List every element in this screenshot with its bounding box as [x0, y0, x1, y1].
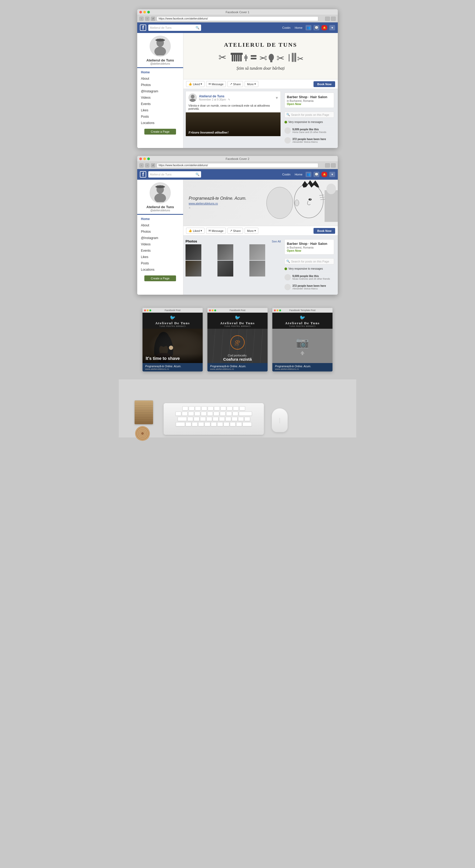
nav-photos-1[interactable]: Photos: [137, 82, 183, 88]
more-btn-1[interactable]: More ▾: [245, 81, 258, 87]
book-btn-2[interactable]: Book Now: [314, 228, 335, 234]
fb-home-btn-2[interactable]: Home: [294, 172, 303, 177]
fb-settings-icon-1[interactable]: ▾: [329, 25, 335, 30]
fb-settings-icon-2[interactable]: ▾: [329, 172, 335, 177]
post-dot-g2[interactable]: [214, 309, 216, 311]
address-bar-1[interactable]: https://www.facebook.com/atelieruldetuns…: [157, 17, 318, 21]
browser-icon-2b[interactable]: [331, 163, 336, 167]
search-icon-box-1: 🔍: [286, 113, 290, 116]
fb-chat-icon-2[interactable]: 💬: [314, 172, 319, 177]
svg-rect-10: [231, 53, 243, 55]
key-2: [182, 411, 188, 416]
fb-user-btn-2[interactable]: Costin: [281, 172, 291, 177]
dot-green-2[interactable]: [147, 157, 150, 160]
post-window-3: Facebook Template Post 🐦 Atelierul De Tu…: [272, 308, 332, 371]
chevron-icon-2: ▾: [201, 229, 202, 232]
post-dot-y3[interactable]: [276, 309, 278, 311]
open-badge-1: Open Now: [287, 102, 332, 105]
svg-rect-3: [157, 39, 164, 41]
nav-locations-1[interactable]: Locations: [137, 120, 183, 126]
svg-rect-13: [251, 55, 257, 57]
svg-rect-22: [295, 53, 296, 62]
liked-btn-2[interactable]: 👍 Liked ▾: [186, 228, 205, 234]
fb-friends-icon-1[interactable]: 👥: [305, 25, 311, 30]
fb-home-btn-1[interactable]: Home: [294, 26, 303, 30]
browser-icon-2[interactable]: [331, 17, 336, 21]
message-btn-1[interactable]: ✉ Message: [206, 81, 226, 87]
forward-btn-1[interactable]: ›: [145, 17, 149, 21]
create-page-btn-1[interactable]: Create a Page: [144, 129, 176, 134]
photo-thumb-6[interactable]: [249, 261, 265, 277]
post-dot-r3[interactable]: [274, 309, 276, 311]
fb-search-box-2[interactable]: 🔍 Search for posts on this Page: [285, 258, 334, 265]
fb-notif-icon-2[interactable]: 🔔: [321, 172, 327, 177]
nav-about-2[interactable]: About: [137, 222, 183, 228]
post-name-1[interactable]: Atelierul de Tuns: [199, 94, 274, 98]
post-dot-g1[interactable]: [149, 309, 151, 311]
key-caps: [176, 422, 185, 426]
nav-videos-2[interactable]: Videos: [137, 241, 183, 247]
photo-thumb-4[interactable]: [185, 261, 201, 277]
dot-red-2[interactable]: [139, 157, 142, 160]
back-btn-1[interactable]: ‹: [139, 17, 144, 21]
post-options-icon-1[interactable]: ▾: [276, 95, 278, 100]
dot-yellow-2[interactable]: [143, 157, 146, 160]
fb-friends-icon-2[interactable]: 👥: [305, 172, 311, 177]
nav-posts-2[interactable]: Posts: [137, 260, 183, 267]
fb-search-bar-2[interactable]: Atelierul de Tuns 🔍: [148, 171, 201, 178]
forward-btn-2[interactable]: ›: [145, 163, 149, 167]
post-dot-y2[interactable]: [212, 309, 213, 311]
refresh-btn-1[interactable]: ↺: [151, 17, 155, 21]
photo-thumb-3[interactable]: [249, 244, 265, 260]
dot-red-1[interactable]: [139, 11, 142, 13]
post-body-3: 🐦 Atelierul De Tuns tuns pentru bărbați …: [272, 313, 332, 371]
share-btn-1[interactable]: ↗ Share: [228, 81, 243, 87]
photo-thumb-1[interactable]: [185, 244, 201, 260]
fb-search-box-1[interactable]: 🔍 Search for posts on this Page: [285, 112, 334, 118]
photo-thumb-2[interactable]: [217, 244, 233, 260]
back-btn-2[interactable]: ‹: [139, 163, 144, 167]
browser-icon-2a[interactable]: [325, 163, 330, 167]
book-btn-1[interactable]: Book Now: [314, 81, 335, 87]
nav-instagram-2[interactable]: @Instagram: [137, 235, 183, 241]
nav-events-1[interactable]: Events: [137, 101, 183, 107]
fb-notif-icon-1[interactable]: 🔔: [321, 25, 327, 30]
nav-events-2[interactable]: Events: [137, 247, 183, 254]
nav-videos-1[interactable]: Videos: [137, 94, 183, 101]
nav-likes-2[interactable]: Likes: [137, 254, 183, 260]
post-dot-r1[interactable]: [144, 309, 146, 311]
nav-posts-1[interactable]: Posts: [137, 114, 183, 120]
nav-home-2[interactable]: Home: [137, 216, 183, 222]
post-brand-title-1: Atelierul De Tuns: [145, 321, 200, 325]
fb-search-bar-1[interactable]: Atelierul de Tuns 🔍: [148, 25, 201, 31]
cover2-sub-text[interactable]: www.atelieruldetuns.ro: [189, 202, 246, 205]
nav-likes-1[interactable]: Likes: [137, 107, 183, 114]
dot-yellow-1[interactable]: [143, 11, 146, 13]
nav-instagram-1[interactable]: @Instagram: [137, 88, 183, 94]
refresh-btn-2[interactable]: ↺: [151, 163, 155, 167]
nav-locations-2[interactable]: Locations: [137, 267, 183, 273]
photo-thumb-5[interactable]: [217, 261, 233, 277]
nav-about-1[interactable]: About: [137, 75, 183, 82]
dot-green-1[interactable]: [147, 11, 150, 13]
message-btn-2[interactable]: ✉ Message: [206, 228, 226, 234]
svg-text:✂: ✂: [297, 54, 303, 63]
search-icon-2: 🔍: [196, 173, 200, 176]
post-dot-r2[interactable]: [209, 309, 211, 311]
nav-home-1[interactable]: Home: [137, 69, 183, 75]
post-dot-g3[interactable]: [279, 309, 281, 311]
browser-icon-1[interactable]: [325, 17, 330, 21]
address-bar-2[interactable]: https://www.facebook.com/atelieruldetuns…: [157, 163, 318, 168]
post-brand-title-2: Atelierul De Tuns: [210, 321, 265, 325]
fb-chat-icon-1[interactable]: 💬: [314, 25, 319, 30]
liked-btn-1[interactable]: 👍 Liked ▾: [186, 81, 205, 87]
fb-user-btn-1[interactable]: Costin: [281, 26, 291, 30]
post-dot-y1[interactable]: [147, 309, 149, 311]
green-dot-2: [285, 268, 287, 270]
more-btn-2[interactable]: More ▾: [245, 228, 258, 234]
create-page-btn-2[interactable]: Create a Page: [144, 275, 176, 281]
share-btn-2[interactable]: ↗ Share: [228, 228, 243, 234]
see-all-2[interactable]: See All: [272, 240, 281, 243]
posts-row: Facebook Post 🐦 Atelierul De Tuns tuns p…: [143, 308, 332, 371]
nav-photos-2[interactable]: Photos: [137, 228, 183, 235]
